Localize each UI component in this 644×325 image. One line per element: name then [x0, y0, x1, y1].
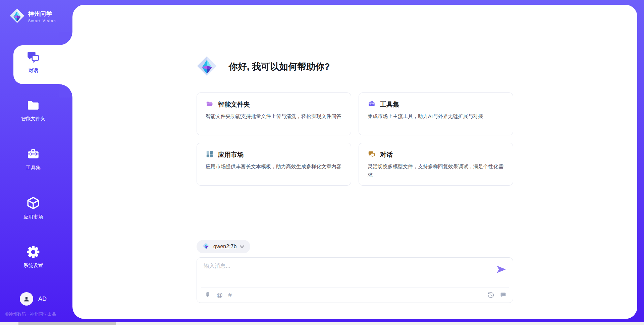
at-icon[interactable]: @ — [216, 292, 223, 298]
avatar — [20, 292, 33, 306]
history-icon[interactable] — [487, 291, 494, 299]
gem-icon — [203, 242, 210, 251]
sidebar-item-label: 对话 — [29, 67, 38, 74]
message-icon[interactable] — [500, 291, 507, 299]
tab-curve-top — [59, 32, 72, 45]
cube-icon — [26, 196, 41, 211]
scrollbar-thumb[interactable] — [18, 322, 116, 325]
brand: 神州问学 Smart Vision — [9, 8, 56, 25]
message-composer: @ # — [197, 257, 513, 303]
card-title: 应用市场 — [218, 150, 244, 159]
message-input[interactable] — [204, 262, 489, 283]
toolbox-icon — [368, 100, 376, 109]
greeting-title: 你好, 我可以如何帮助你? — [229, 61, 330, 73]
sidebar: 神州问学 Smart Vision 对话 智能文件夹 — [0, 0, 72, 325]
grid-icon — [206, 150, 214, 159]
folder-icon — [206, 100, 214, 109]
brand-name: 神州问学 — [28, 10, 56, 18]
sidebar-item-chat[interactable]: 对话 — [0, 50, 66, 74]
tab-curve-bottom — [59, 84, 72, 97]
greeting: 你好, 我可以如何帮助你? — [197, 56, 330, 78]
chat-icon — [368, 150, 376, 159]
sidebar-item-label: 智能文件夹 — [21, 116, 46, 122]
card-toolset[interactable]: 工具集 集成市场上主流工具，助力AI与外界无缝扩展与对接 — [359, 92, 513, 135]
gem-icon — [197, 56, 217, 78]
paperclip-icon[interactable] — [204, 291, 211, 299]
card-title: 对话 — [380, 150, 393, 159]
gear-icon — [26, 245, 40, 260]
main-panel: 你好, 我可以如何帮助你? 智能文件夹 智能文件夹功能支持批量文件上传与清洗，轻… — [72, 5, 637, 319]
brand-gem-icon — [9, 8, 25, 25]
user-profile[interactable]: AD — [0, 292, 66, 306]
sidebar-item-app-market[interactable]: 应用市场 — [0, 196, 66, 220]
model-name: qwen2:7b — [213, 244, 236, 250]
card-description: 应用市场提供丰富长文本模板，助力高效生成多样化文章内容 — [206, 162, 342, 171]
feature-cards: 智能文件夹 智能文件夹功能支持批量文件上传与清洗，轻松实现文件问答 — [197, 92, 513, 186]
sidebar-item-label: 应用市场 — [23, 214, 43, 220]
sidebar-item-toolset[interactable]: 工具集 — [0, 147, 66, 171]
chevron-down-icon — [240, 244, 244, 250]
card-app-market[interactable]: 应用市场 应用市场提供丰富长文本模板，助力高效生成多样化文章内容 — [197, 143, 351, 186]
card-smart-folder[interactable]: 智能文件夹 智能文件夹功能支持批量文件上传与清洗，轻松实现文件问答 — [197, 92, 351, 135]
hash-icon[interactable]: # — [228, 292, 232, 298]
folder-icon — [26, 99, 40, 113]
card-description: 集成市场上主流工具，助力AI与外界无缝扩展与对接 — [368, 112, 504, 121]
card-title: 智能文件夹 — [218, 100, 250, 109]
sidebar-item-label: 系统设置 — [23, 262, 43, 269]
composer-divider — [201, 287, 509, 287]
card-title: 工具集 — [380, 100, 399, 109]
user-initials: AD — [38, 296, 47, 303]
card-description: 智能文件夹功能支持批量文件上传与清洗，轻松实现文件问答 — [206, 112, 342, 121]
sidebar-item-smart-folder[interactable]: 智能文件夹 — [0, 99, 66, 122]
copyright-text: ©神州数码 · 神州问学出品 — [5, 311, 56, 317]
chat-icon — [26, 50, 40, 65]
card-chat[interactable]: 对话 灵活切换多模型文件，支持多样回复效果调试，满足个性化需求 — [359, 143, 513, 186]
sidebar-item-settings[interactable]: 系统设置 — [0, 245, 66, 269]
toolbox-icon — [26, 147, 40, 162]
sidebar-item-label: 工具集 — [26, 165, 41, 171]
card-description: 灵活切换多模型文件，支持多样回复效果调试，满足个性化需求 — [368, 162, 504, 179]
model-selector[interactable]: qwen2:7b — [197, 240, 250, 253]
horizontal-scrollbar[interactable] — [0, 322, 644, 325]
brand-subtitle: Smart Vision — [28, 19, 56, 23]
send-icon[interactable] — [497, 266, 506, 274]
